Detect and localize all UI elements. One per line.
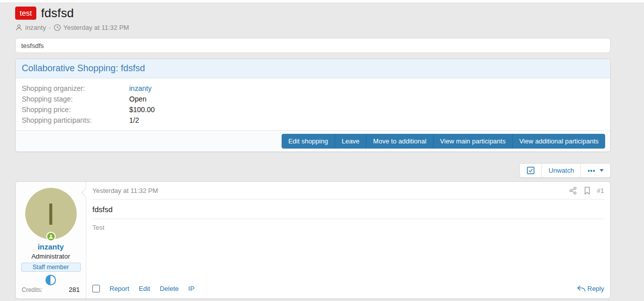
credits-row: Credits: 281 (16, 286, 86, 293)
shopping-panel-footer: Edit shopping Leave Move to additional V… (16, 130, 610, 152)
post-author-link[interactable]: inzanty (38, 242, 64, 251)
more-options-button[interactable]: ••• (581, 164, 610, 177)
field-label: Shopping price: (22, 105, 129, 115)
staff-member-banner: Staff member (21, 263, 81, 272)
credits-icon (45, 275, 56, 285)
field-label: Shopping participants: (22, 115, 129, 126)
ip-link[interactable]: IP (188, 285, 194, 292)
shopping-panel-title: Collaborative Shopping: fdsfsd (16, 59, 610, 78)
post-header: Yesterday at 11:32 PM (92, 182, 604, 199)
report-link[interactable]: Report (110, 285, 129, 292)
post-title: fdsfsd (92, 199, 604, 219)
reply-label: Reply (587, 285, 604, 292)
shopping-button-group: Edit shopping Leave Move to additional V… (282, 134, 605, 148)
post-panel: I inzanty Administrator Staff member Cre… (15, 181, 611, 299)
thread-timestamp[interactable]: Yesterday at 11:32 PM (64, 24, 129, 31)
delete-link[interactable]: Delete (159, 285, 179, 292)
field-value: $100.00 (129, 105, 155, 115)
avatar-wrap: I (25, 188, 77, 239)
credits-value: 281 (69, 286, 80, 293)
shopping-field-price: Shopping price: $100.00 (22, 105, 604, 115)
checked-checkbox-icon (526, 166, 535, 175)
post-action-bar: Report Edit Delete IP Reply (92, 285, 604, 292)
credits-label: Credits: (22, 286, 42, 293)
post-timestamp[interactable]: Yesterday at 11:32 PM (92, 187, 158, 194)
edit-link[interactable]: Edit (139, 285, 150, 292)
user-role: Administrator (31, 253, 70, 260)
post-select-checkbox[interactable] (92, 285, 100, 292)
field-value: 1/2 (129, 115, 139, 126)
edit-shopping-button[interactable]: Edit shopping (282, 134, 335, 148)
person-icon (15, 24, 23, 31)
post-content-area: Yesterday at 11:32 PM (86, 182, 610, 298)
field-label: Shopping organizer: (22, 83, 129, 94)
leave-button[interactable]: Leave (335, 134, 366, 148)
move-to-additional-button[interactable]: Move to additional (366, 134, 434, 148)
post-number-link[interactable]: #1 (597, 187, 604, 194)
thread-meta: inzanty · Yesterday at 11:32 PM (15, 24, 611, 31)
thread-description-box: tesfsdfs (15, 38, 611, 53)
organizer-link[interactable]: inzanty (129, 83, 151, 94)
shopping-panel: Collaborative Shopping: fdsfsd Shopping … (15, 59, 611, 152)
page-container: test fdsfsd inzanty · Yesterday at 11:32… (15, 3, 611, 299)
unwatch-button[interactable]: Unwatch (542, 164, 581, 177)
online-status-icon (46, 232, 56, 241)
reply-arrow-icon (576, 285, 585, 292)
thread-tools-row: Unwatch ••• (15, 163, 611, 178)
field-value: Open (129, 94, 146, 105)
clock-icon (53, 24, 61, 31)
shopping-field-stage: Shopping stage: Open (22, 94, 604, 105)
multi-select-toggle[interactable] (520, 164, 542, 177)
meta-separator: · (48, 24, 50, 31)
thread-prefix-badge[interactable]: test (15, 7, 36, 20)
thread-description-text: tesfsdfs (21, 42, 44, 49)
thread-header: test fdsfsd inzanty · Yesterday at 11:32… (15, 3, 611, 31)
field-label: Shopping stage: (22, 94, 129, 105)
bookmark-icon[interactable] (583, 186, 591, 195)
ellipsis-icon: ••• (587, 167, 596, 174)
thread-tools-group: Unwatch ••• (519, 163, 611, 178)
unwatch-label: Unwatch (549, 167, 574, 174)
post-body-text: Test (92, 219, 604, 231)
post-user-cell: I inzanty Administrator Staff member Cre… (16, 182, 86, 298)
shopping-panel-body: Shopping organizer: inzanty Shopping sta… (16, 78, 610, 130)
share-icon[interactable] (569, 186, 577, 195)
shopping-field-organizer: Shopping organizer: inzanty (22, 83, 604, 94)
view-main-participants-button[interactable]: View main participants (434, 134, 513, 148)
shopping-field-participants: Shopping participants: 1/2 (22, 115, 604, 126)
chevron-down-icon (600, 169, 604, 172)
thread-author-link[interactable]: inzanty (25, 24, 46, 31)
post-header-actions: #1 (569, 186, 604, 195)
reply-button[interactable]: Reply (576, 285, 604, 292)
view-additional-participants-button[interactable]: View additional participants (513, 134, 605, 148)
thread-title: fdsfsd (41, 6, 74, 20)
